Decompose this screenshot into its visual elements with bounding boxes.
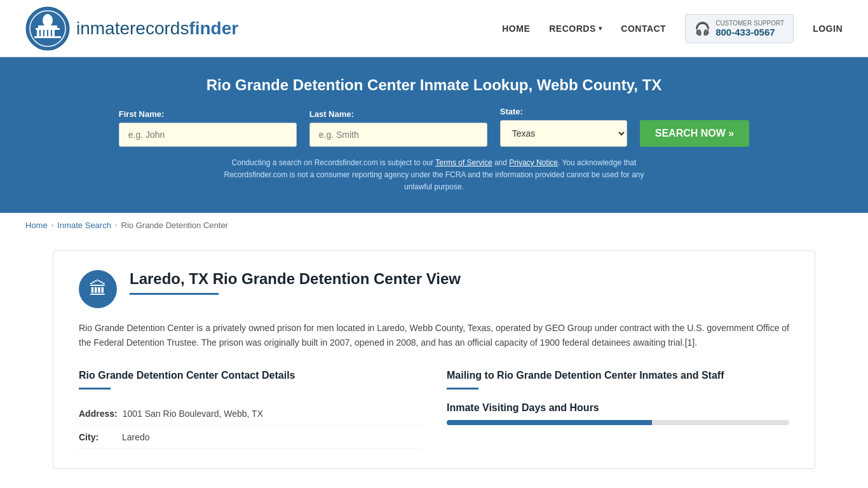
mailing-underline: [447, 388, 478, 390]
svg-rect-8: [48, 30, 51, 36]
two-column-section: Rio Grande Detention Center Contact Deta…: [79, 370, 789, 449]
contact-underline: [79, 388, 111, 390]
mailing-section-title: Mailing to Rio Grande Detention Center I…: [447, 370, 789, 381]
address-label: Address:: [79, 409, 118, 419]
disclaimer-text: Conducting a search on Recordsfinder.com…: [212, 157, 656, 194]
state-group: State: Texas: [500, 107, 627, 147]
nav-home[interactable]: HOME: [502, 24, 530, 34]
facility-icon-circle: 🏛: [79, 270, 117, 308]
facility-title: Laredo, TX Rio Grande Detention Center V…: [130, 270, 461, 288]
svg-rect-10: [34, 36, 61, 38]
breadcrumb-sep-1: ›: [51, 221, 54, 229]
customer-support-box[interactable]: 🎧 CUSTOMER SUPPORT 800-433-0567: [685, 14, 794, 43]
main-nav: HOME RECORDS ▾ CONTACT 🎧 CUSTOMER SUPPOR…: [502, 14, 843, 43]
logo-icon: [25, 6, 70, 51]
first-name-input[interactable]: [119, 123, 297, 147]
facility-description: Rio Grande Detention Center is a private…: [79, 321, 789, 351]
banner-title: Rio Grande Detention Center Inmate Looku…: [25, 76, 843, 94]
svg-rect-4: [36, 28, 60, 30]
privacy-link[interactable]: Privacy Notice: [509, 158, 558, 167]
search-button[interactable]: SEARCH NOW »: [640, 120, 749, 147]
headset-icon: 🎧: [695, 21, 710, 36]
city-label: City:: [79, 432, 117, 442]
title-underline: [130, 293, 219, 295]
facility-header: 🏛 Laredo, TX Rio Grande Detention Center…: [79, 270, 789, 308]
state-label: State:: [500, 107, 627, 116]
city-row: City: Laredo: [79, 426, 421, 449]
nav-records[interactable]: RECORDS ▾: [549, 24, 602, 34]
first-name-group: First Name:: [119, 109, 297, 147]
svg-rect-5: [37, 30, 39, 36]
visiting-title: Inmate Visiting Days and Hours: [447, 402, 789, 414]
svg-rect-3: [38, 25, 57, 28]
content-card: 🏛 Laredo, TX Rio Grande Detention Center…: [53, 250, 815, 470]
search-banner: Rio Grande Detention Center Inmate Looku…: [0, 57, 868, 213]
building-icon: 🏛: [89, 278, 107, 299]
breadcrumb-home[interactable]: Home: [25, 220, 48, 230]
svg-rect-6: [41, 30, 43, 36]
terms-link[interactable]: Terms of Service: [435, 158, 492, 167]
breadcrumb-sep-2: ›: [115, 221, 118, 229]
city-value: Laredo: [122, 432, 150, 442]
last-name-group: Last Name:: [309, 109, 487, 147]
contact-section-title: Rio Grande Detention Center Contact Deta…: [79, 370, 421, 381]
svg-rect-9: [52, 30, 55, 36]
visiting-bar: [447, 420, 789, 425]
last-name-input[interactable]: [309, 123, 487, 147]
breadcrumb-current: Rio Grande Detention Center: [121, 220, 228, 230]
mailing-col: Mailing to Rio Grande Detention Center I…: [447, 370, 789, 449]
logo[interactable]: inmaterecordsfinder: [25, 6, 238, 51]
search-form: First Name: Last Name: State: Texas SEAR…: [25, 107, 843, 147]
contact-details-col: Rio Grande Detention Center Contact Deta…: [79, 370, 421, 449]
first-name-label: First Name:: [119, 109, 297, 119]
facility-title-block: Laredo, TX Rio Grande Detention Center V…: [130, 270, 461, 295]
support-text: CUSTOMER SUPPORT 800-433-0567: [715, 20, 784, 37]
breadcrumb-inmate-search[interactable]: Inmate Search: [57, 220, 111, 230]
nav-contact[interactable]: CONTACT: [621, 24, 666, 34]
nav-login[interactable]: LOGIN: [813, 24, 843, 34]
address-row: Address: 1001 San Rio Boulevard, Webb, T…: [79, 402, 421, 426]
address-value: 1001 San Rio Boulevard, Webb, TX: [123, 409, 263, 419]
state-select[interactable]: Texas: [500, 120, 627, 147]
records-chevron-icon: ▾: [599, 25, 602, 32]
site-header: inmaterecordsfinder HOME RECORDS ▾ CONTA…: [0, 0, 868, 57]
svg-rect-7: [44, 30, 47, 36]
logo-text: inmaterecordsfinder: [76, 18, 238, 39]
main-content: 🏛 Laredo, TX Rio Grande Detention Center…: [27, 238, 841, 488]
breadcrumb: Home › Inmate Search › Rio Grande Detent…: [0, 213, 868, 238]
last-name-label: Last Name:: [309, 109, 487, 119]
